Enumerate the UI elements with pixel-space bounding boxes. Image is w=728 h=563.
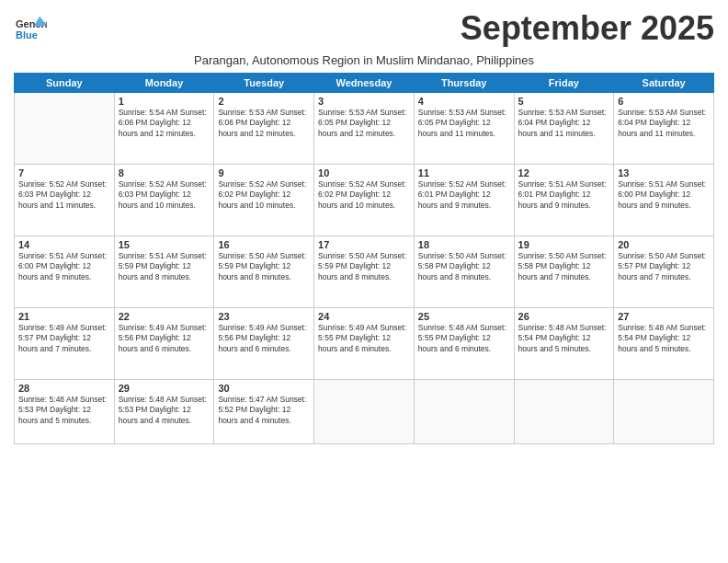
day-info: Sunrise: 5:50 AM Sunset: 5:57 PM Dayligh… xyxy=(618,251,710,282)
day-info: Sunrise: 5:48 AM Sunset: 5:54 PM Dayligh… xyxy=(618,323,710,354)
day-number: 11 xyxy=(418,167,510,178)
day-info: Sunrise: 5:52 AM Sunset: 6:03 PM Dayligh… xyxy=(18,179,110,211)
day-info: Sunrise: 5:51 AM Sunset: 6:00 PM Dayligh… xyxy=(618,179,710,211)
week-row-2: 7Sunrise: 5:52 AM Sunset: 6:03 PM Daylig… xyxy=(15,165,714,236)
week-row-4: 21Sunrise: 5:49 AM Sunset: 5:57 PM Dayli… xyxy=(15,308,714,380)
day-number: 19 xyxy=(518,239,610,250)
day-number: 6 xyxy=(618,96,710,107)
weekday-header-monday: Monday xyxy=(114,74,214,93)
calendar-cell: 3Sunrise: 5:53 AM Sunset: 6:05 PM Daylig… xyxy=(314,93,415,165)
calendar-cell: 13Sunrise: 5:51 AM Sunset: 6:00 PM Dayli… xyxy=(614,165,714,236)
day-number: 22 xyxy=(119,311,210,322)
weekday-header-tuesday: Tuesday xyxy=(214,74,314,93)
calendar-cell: 29Sunrise: 5:48 AM Sunset: 5:53 PM Dayli… xyxy=(114,380,214,444)
day-info: Sunrise: 5:49 AM Sunset: 5:57 PM Dayligh… xyxy=(18,323,110,354)
day-number: 29 xyxy=(119,383,210,394)
day-info: Sunrise: 5:53 AM Sunset: 6:04 PM Dayligh… xyxy=(618,108,710,139)
calendar-cell: 15Sunrise: 5:51 AM Sunset: 5:59 PM Dayli… xyxy=(114,236,214,308)
day-info: Sunrise: 5:50 AM Sunset: 5:59 PM Dayligh… xyxy=(218,251,310,282)
week-row-5: 28Sunrise: 5:48 AM Sunset: 5:53 PM Dayli… xyxy=(15,380,714,444)
day-number: 8 xyxy=(119,167,210,178)
day-info: Sunrise: 5:50 AM Sunset: 5:58 PM Dayligh… xyxy=(518,251,610,282)
calendar-cell: 1Sunrise: 5:54 AM Sunset: 6:06 PM Daylig… xyxy=(114,93,214,165)
day-info: Sunrise: 5:53 AM Sunset: 6:05 PM Dayligh… xyxy=(418,108,510,139)
day-number: 27 xyxy=(618,311,710,322)
day-info: Sunrise: 5:48 AM Sunset: 5:53 PM Dayligh… xyxy=(18,395,110,426)
calendar-cell: 21Sunrise: 5:49 AM Sunset: 5:57 PM Dayli… xyxy=(15,308,115,380)
calendar-subtitle: Parangan, Autonomous Region in Muslim Mi… xyxy=(14,53,714,67)
day-info: Sunrise: 5:52 AM Sunset: 6:03 PM Dayligh… xyxy=(119,179,210,211)
day-info: Sunrise: 5:48 AM Sunset: 5:55 PM Dayligh… xyxy=(418,323,510,354)
svg-text:Blue: Blue xyxy=(16,29,38,40)
day-info: Sunrise: 5:52 AM Sunset: 6:01 PM Dayligh… xyxy=(418,179,510,211)
day-number: 12 xyxy=(518,167,610,178)
day-info: Sunrise: 5:51 AM Sunset: 5:59 PM Dayligh… xyxy=(119,251,210,282)
day-info: Sunrise: 5:51 AM Sunset: 6:00 PM Dayligh… xyxy=(18,251,110,282)
day-info: Sunrise: 5:52 AM Sunset: 6:02 PM Dayligh… xyxy=(218,179,310,211)
calendar-cell: 2Sunrise: 5:53 AM Sunset: 6:06 PM Daylig… xyxy=(214,93,314,165)
calendar-cell: 25Sunrise: 5:48 AM Sunset: 5:55 PM Dayli… xyxy=(414,308,514,380)
calendar-cell: 5Sunrise: 5:53 AM Sunset: 6:04 PM Daylig… xyxy=(514,93,614,165)
day-info: Sunrise: 5:47 AM Sunset: 5:52 PM Dayligh… xyxy=(218,395,310,426)
day-number: 14 xyxy=(18,239,110,250)
day-info: Sunrise: 5:49 AM Sunset: 5:55 PM Dayligh… xyxy=(318,323,410,354)
calendar-cell: 18Sunrise: 5:50 AM Sunset: 5:58 PM Dayli… xyxy=(414,236,514,308)
day-info: Sunrise: 5:54 AM Sunset: 6:06 PM Dayligh… xyxy=(119,108,210,139)
weekday-header-friday: Friday xyxy=(514,74,614,93)
weekday-header-saturday: Saturday xyxy=(614,74,714,93)
day-number: 3 xyxy=(318,96,410,107)
day-info: Sunrise: 5:48 AM Sunset: 5:54 PM Dayligh… xyxy=(518,323,610,354)
day-number: 2 xyxy=(218,96,310,107)
calendar-cell: 11Sunrise: 5:52 AM Sunset: 6:01 PM Dayli… xyxy=(414,165,514,236)
weekday-header-thursday: Thursday xyxy=(414,74,514,93)
day-info: Sunrise: 5:49 AM Sunset: 5:56 PM Dayligh… xyxy=(119,323,210,354)
calendar-cell: 14Sunrise: 5:51 AM Sunset: 6:00 PM Dayli… xyxy=(15,236,115,308)
calendar-table: SundayMondayTuesdayWednesdayThursdayFrid… xyxy=(14,73,714,444)
weekday-header-row: SundayMondayTuesdayWednesdayThursdayFrid… xyxy=(15,74,714,93)
day-number: 20 xyxy=(618,239,710,250)
day-number: 10 xyxy=(318,167,410,178)
day-number: 30 xyxy=(218,383,310,394)
weekday-header-wednesday: Wednesday xyxy=(314,74,415,93)
day-info: Sunrise: 5:52 AM Sunset: 6:02 PM Dayligh… xyxy=(318,179,410,211)
calendar-cell: 28Sunrise: 5:48 AM Sunset: 5:53 PM Dayli… xyxy=(15,380,115,444)
day-number: 24 xyxy=(318,311,410,322)
day-number: 23 xyxy=(218,311,310,322)
calendar-cell: 17Sunrise: 5:50 AM Sunset: 5:59 PM Dayli… xyxy=(314,236,415,308)
day-number: 7 xyxy=(18,167,110,178)
calendar-cell: 6Sunrise: 5:53 AM Sunset: 6:04 PM Daylig… xyxy=(614,93,714,165)
day-number: 17 xyxy=(318,239,410,250)
day-info: Sunrise: 5:49 AM Sunset: 5:56 PM Dayligh… xyxy=(218,323,310,354)
calendar-cell: 30Sunrise: 5:47 AM Sunset: 5:52 PM Dayli… xyxy=(214,380,314,444)
calendar-cell: 19Sunrise: 5:50 AM Sunset: 5:58 PM Dayli… xyxy=(514,236,614,308)
calendar-cell: 9Sunrise: 5:52 AM Sunset: 6:02 PM Daylig… xyxy=(214,165,314,236)
calendar-cell: 12Sunrise: 5:51 AM Sunset: 6:01 PM Dayli… xyxy=(514,165,614,236)
calendar-cell: 24Sunrise: 5:49 AM Sunset: 5:55 PM Dayli… xyxy=(314,308,415,380)
calendar-cell: 16Sunrise: 5:50 AM Sunset: 5:59 PM Dayli… xyxy=(214,236,314,308)
logo: General Blue xyxy=(14,13,47,50)
day-number: 18 xyxy=(418,239,510,250)
week-row-1: 1Sunrise: 5:54 AM Sunset: 6:06 PM Daylig… xyxy=(15,93,714,165)
day-info: Sunrise: 5:53 AM Sunset: 6:04 PM Dayligh… xyxy=(518,108,610,139)
weekday-header-sunday: Sunday xyxy=(15,74,115,93)
day-number: 26 xyxy=(518,311,610,322)
day-info: Sunrise: 5:53 AM Sunset: 6:06 PM Dayligh… xyxy=(218,108,310,139)
day-number: 28 xyxy=(18,383,110,394)
day-info: Sunrise: 5:50 AM Sunset: 5:59 PM Dayligh… xyxy=(318,251,410,282)
day-info: Sunrise: 5:53 AM Sunset: 6:05 PM Dayligh… xyxy=(318,108,410,139)
calendar-cell: 8Sunrise: 5:52 AM Sunset: 6:03 PM Daylig… xyxy=(114,165,214,236)
day-info: Sunrise: 5:50 AM Sunset: 5:58 PM Dayligh… xyxy=(418,251,510,282)
calendar-cell: 20Sunrise: 5:50 AM Sunset: 5:57 PM Dayli… xyxy=(614,236,714,308)
calendar-cell xyxy=(314,380,415,444)
day-number: 4 xyxy=(418,96,510,107)
calendar-cell xyxy=(15,93,115,165)
calendar-cell xyxy=(614,380,714,444)
day-number: 21 xyxy=(18,311,110,322)
day-number: 16 xyxy=(218,239,310,250)
calendar-cell: 7Sunrise: 5:52 AM Sunset: 6:03 PM Daylig… xyxy=(15,165,115,236)
day-number: 5 xyxy=(518,96,610,107)
calendar-cell: 26Sunrise: 5:48 AM Sunset: 5:54 PM Dayli… xyxy=(514,308,614,380)
day-info: Sunrise: 5:51 AM Sunset: 6:01 PM Dayligh… xyxy=(518,179,610,211)
calendar-cell: 23Sunrise: 5:49 AM Sunset: 5:56 PM Dayli… xyxy=(214,308,314,380)
day-number: 1 xyxy=(119,96,210,107)
